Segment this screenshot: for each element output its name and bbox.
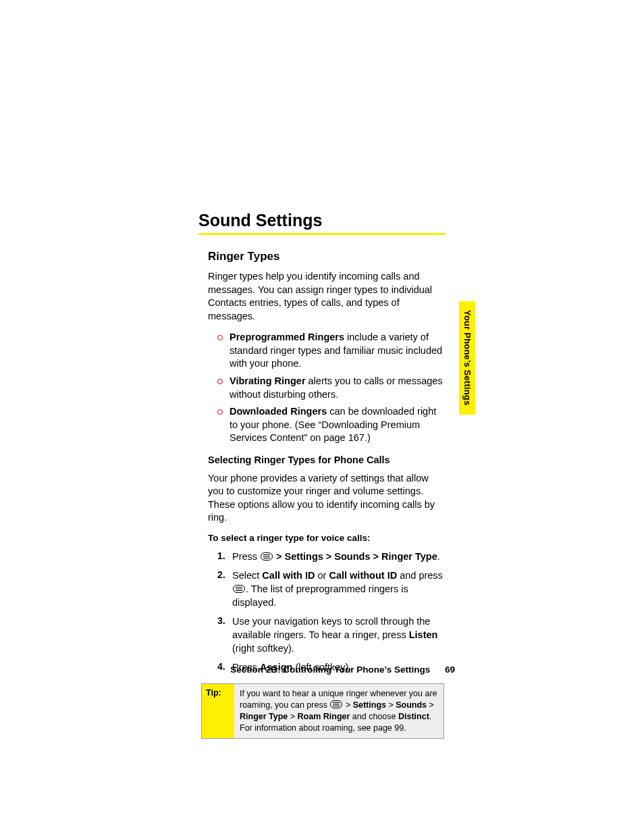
menu-path: Sounds: [396, 700, 427, 710]
step-item: 3. Use your navigation keys to scroll th…: [217, 615, 446, 655]
menu-key-icon: [330, 700, 342, 708]
manual-page: Sound Settings Ringer Types Ringer types…: [0, 0, 644, 834]
tip-body: If you want to hear a unique ringer when…: [234, 684, 444, 738]
list-item: Preprogrammed Ringers include a variety …: [217, 331, 446, 371]
step-text: (right softkey).: [232, 643, 294, 654]
step-item: 2. Select Call with ID or Call without I…: [217, 569, 446, 609]
option: Call with ID: [262, 570, 315, 581]
page-footer: Section 2B: Controlling Your Phone’s Set…: [198, 664, 455, 675]
step-text: .: [437, 551, 440, 562]
list-item: Vibrating Ringer alerts you to calls or …: [217, 375, 446, 401]
tip-text: and choose: [350, 712, 398, 721]
step-list: 1. Press > Settings > Sounds > Ringer Ty…: [217, 550, 446, 674]
step-text: Use your navigation keys to scroll throu…: [232, 616, 430, 640]
step-text: and press: [397, 570, 443, 581]
tip-label: Tip:: [202, 684, 234, 738]
option: Call without ID: [329, 570, 397, 581]
lead-line: To select a ringer type for voice calls:: [208, 533, 446, 543]
menu-path: Settings: [353, 700, 386, 710]
option: Distinct: [398, 712, 429, 721]
side-tab: Your Phone’s Settings: [459, 301, 475, 415]
menu-path: > Settings > Sounds > Ringer Type: [273, 551, 437, 562]
footer-section: Section 2B: Controlling Your Phone’s Set…: [230, 664, 430, 675]
subheading: Ringer Types: [208, 250, 446, 263]
term: Vibrating Ringer: [230, 375, 306, 386]
step-text: Select: [232, 570, 262, 581]
term: Downloaded Ringers: [230, 406, 327, 417]
term: Preprogrammed Ringers: [230, 332, 344, 342]
step-item: 1. Press > Settings > Sounds > Ringer Ty…: [217, 550, 446, 563]
content-area: Sound Settings Ringer Types Ringer types…: [198, 211, 446, 739]
paragraph: Your phone provides a variety of setting…: [208, 472, 446, 525]
list-item: Downloaded Ringers can be downloaded rig…: [217, 405, 446, 445]
page-heading: Sound Settings: [198, 211, 446, 230]
step-text: or: [315, 570, 329, 581]
menu-key-icon: [261, 552, 273, 561]
side-tab-label: Your Phone’s Settings: [462, 310, 473, 405]
step-text: Press: [232, 551, 260, 562]
heading-rule: [198, 233, 446, 235]
step-number: 2.: [217, 569, 225, 581]
tip-box: Tip: If you want to hear a unique ringer…: [201, 683, 444, 739]
menu-path: Ringer Type: [240, 712, 288, 721]
intro-paragraph: Ringer types help you identify incoming …: [208, 270, 446, 323]
menu-key-icon: [233, 585, 245, 593]
bullet-list: Preprogrammed Ringers include a variety …: [217, 331, 446, 445]
page-number: 69: [445, 664, 455, 675]
menu-path: Roam Ringer: [298, 712, 350, 721]
sub-subheading: Selecting Ringer Types for Phone Calls: [208, 454, 446, 465]
step-number: 3.: [217, 615, 225, 627]
step-text: . The list of preprogrammed ringers is d…: [232, 583, 408, 608]
step-number: 1.: [217, 550, 225, 563]
softkey: Listen: [409, 629, 438, 640]
